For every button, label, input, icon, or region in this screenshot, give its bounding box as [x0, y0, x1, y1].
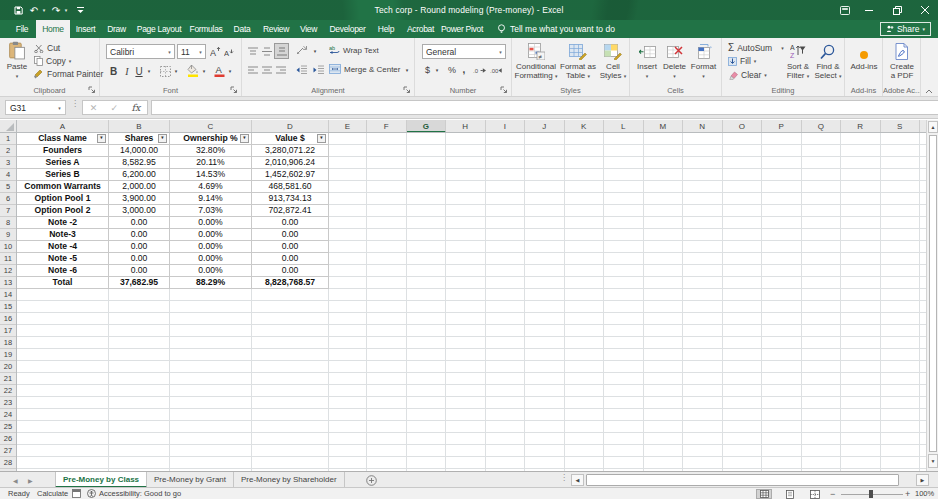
ribbon-tab-view[interactable]: View: [300, 20, 317, 38]
borders-icon[interactable]: [158, 64, 172, 78]
font-dialog-launcher-icon[interactable]: [230, 86, 238, 94]
table-cell[interactable]: Founders: [17, 145, 109, 157]
select-all-corner[interactable]: [0, 120, 17, 133]
filter-dropdown-icon[interactable]: ▾: [317, 134, 326, 143]
align-left-icon[interactable]: [246, 63, 260, 77]
table-cell[interactable]: Series A: [17, 157, 109, 169]
insert-cells-dropdown-icon[interactable]: ▾: [646, 72, 649, 81]
table-cell[interactable]: 0.00%: [170, 217, 252, 229]
table-header-cell[interactable]: Ownership %▾: [170, 133, 252, 145]
page-break-view-button[interactable]: [807, 489, 823, 499]
row-header-21[interactable]: 21: [0, 373, 16, 385]
close-button[interactable]: [918, 0, 932, 20]
paste-dropdown-icon[interactable]: ▾: [16, 72, 19, 81]
bottom-align-icon[interactable]: [274, 43, 289, 59]
font-name-combo[interactable]: Calibri▾: [106, 44, 175, 59]
percent-style-icon[interactable]: %: [446, 63, 458, 77]
cancel-icon[interactable]: ✕: [90, 103, 98, 113]
find-select-dropdown-icon[interactable]: ▾: [839, 73, 842, 79]
table-cell[interactable]: Common Warrants: [17, 181, 109, 193]
row-header-27[interactable]: 27: [0, 445, 16, 457]
clipboard-dialog-launcher-icon[interactable]: [88, 86, 96, 94]
table-cell[interactable]: 913,734.13: [252, 193, 329, 205]
filter-dropdown-icon[interactable]: ▾: [97, 134, 106, 143]
ribbon-tab-data[interactable]: Data: [234, 20, 251, 38]
increase-font-size-icon[interactable]: A: [208, 44, 222, 59]
bold-button[interactable]: B: [108, 64, 119, 78]
borders-dropdown-icon[interactable]: ▾: [172, 64, 180, 78]
zoom-in-icon[interactable]: +: [905, 488, 910, 499]
collapse-ribbon-icon[interactable]: [922, 85, 936, 97]
decrease-indent-icon[interactable]: [294, 63, 309, 77]
ribbon-tab-insert[interactable]: Insert: [76, 20, 95, 38]
table-cell[interactable]: 14,000.00: [109, 145, 170, 157]
cut-button[interactable]: Cut: [34, 43, 60, 53]
delete-cells-dropdown-icon[interactable]: ▾: [673, 72, 676, 81]
format-as-table-dropdown-icon[interactable]: ▾: [587, 73, 590, 79]
cells-grid[interactable]: Class Name▾Shares▾Ownership %▾Value $▾Fo…: [17, 133, 926, 471]
table-cell[interactable]: 2,010,906.24: [252, 157, 329, 169]
vertical-scrollbar[interactable]: ▲ ▼: [926, 120, 938, 471]
orientation-dropdown-icon[interactable]: ▾: [311, 44, 319, 58]
row-header-11[interactable]: 11: [0, 253, 16, 265]
table-cell[interactable]: Total: [17, 277, 109, 289]
row-header-16[interactable]: 16: [0, 313, 16, 325]
column-header-C[interactable]: C: [170, 120, 252, 133]
table-cell[interactable]: 468,581.60: [252, 181, 329, 193]
ribbon-tab-formulas[interactable]: Formulas: [189, 20, 222, 38]
table-cell[interactable]: 0.00: [252, 241, 329, 253]
column-header-G[interactable]: G: [407, 120, 447, 133]
table-cell[interactable]: 0.00: [252, 253, 329, 265]
row-header-20[interactable]: 20: [0, 361, 16, 373]
cell-styles-button[interactable]: Cell Styles ▾: [598, 41, 628, 81]
increase-decimal-icon[interactable]: .0: [472, 63, 487, 77]
decrease-decimal-icon[interactable]: .00: [489, 63, 504, 77]
next-sheet-icon[interactable]: ▶: [28, 472, 33, 488]
column-header-D[interactable]: D: [252, 120, 329, 133]
clear-button[interactable]: Clear ▾: [728, 70, 767, 80]
table-cell[interactable]: 14.53%: [170, 169, 252, 181]
ribbon-display-options-icon[interactable]: [838, 0, 852, 20]
fill-button[interactable]: Fill ▾: [728, 56, 756, 66]
conditional-formatting-button[interactable]: ≠ Conditional Formatting ▾: [512, 41, 560, 81]
column-header-P[interactable]: P: [762, 120, 802, 133]
row-header-8[interactable]: 8: [0, 217, 16, 229]
font-size-combo[interactable]: 11▾: [177, 44, 206, 59]
filter-dropdown-icon[interactable]: ▾: [158, 134, 167, 143]
paste-button[interactable]: Paste ▾: [4, 41, 30, 81]
page-layout-view-button[interactable]: [782, 489, 798, 499]
scroll-down-icon[interactable]: ▼: [928, 454, 938, 468]
table-header-cell[interactable]: Shares▾: [109, 133, 170, 145]
format-as-table-button[interactable]: Format as Table ▾: [560, 41, 596, 81]
comma-style-icon[interactable]: ,: [460, 62, 468, 76]
autosum-button[interactable]: Σ AutoSum ▾: [728, 42, 784, 53]
merge-center-button[interactable]: Merge & Center: [329, 64, 400, 74]
cell-styles-dropdown-icon[interactable]: ▾: [624, 73, 627, 79]
row-header-24[interactable]: 24: [0, 409, 16, 421]
fill-color-dropdown-icon[interactable]: ▾: [200, 64, 208, 78]
delete-cells-button[interactable]: Delete ▾: [661, 41, 688, 81]
table-cell[interactable]: 0.00: [252, 217, 329, 229]
column-header-H[interactable]: H: [446, 120, 486, 133]
top-align-icon[interactable]: [246, 44, 260, 58]
middle-align-icon[interactable]: [260, 44, 274, 58]
row-header-4[interactable]: 4: [0, 169, 16, 181]
wrap-text-button[interactable]: ab Wrap Text: [329, 45, 379, 55]
insert-cells-button[interactable]: Insert ▾: [634, 41, 660, 81]
merge-center-dropdown-icon[interactable]: ▾: [403, 64, 411, 76]
add-ins-button[interactable]: Add-ins: [847, 41, 881, 71]
table-header-cell[interactable]: Value $▾: [252, 133, 329, 145]
row-header-12[interactable]: 12: [0, 265, 16, 277]
column-header-I[interactable]: I: [486, 120, 526, 133]
row-header-18[interactable]: 18: [0, 337, 16, 349]
row-header-19[interactable]: 19: [0, 349, 16, 361]
underline-button[interactable]: U: [134, 64, 144, 78]
row-header-22[interactable]: 22: [0, 385, 16, 397]
table-cell[interactable]: 8,582.95: [109, 157, 170, 169]
table-cell[interactable]: 4.69%: [170, 181, 252, 193]
ribbon-tab-developer[interactable]: Developer: [329, 20, 365, 38]
table-cell[interactable]: 0.00%: [170, 241, 252, 253]
prev-sheet-icon[interactable]: ◀: [13, 472, 18, 488]
row-header-7[interactable]: 7: [0, 205, 16, 217]
number-format-combo[interactable]: General▾: [422, 44, 506, 59]
